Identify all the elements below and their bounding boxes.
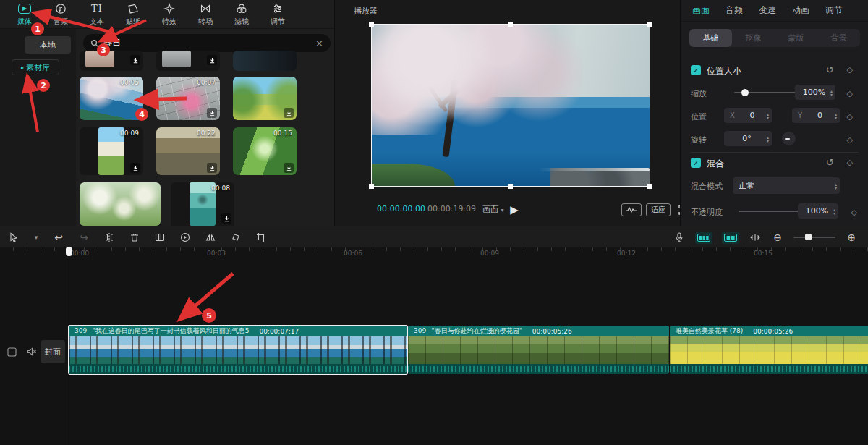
media-item[interactable] bbox=[80, 51, 143, 71]
tab-effects[interactable]: 特效 bbox=[155, 2, 184, 27]
tab-audio-settings[interactable]: 音频 bbox=[726, 4, 743, 17]
keyframe-icon[interactable]: ◇ bbox=[847, 112, 853, 122]
video-preview[interactable] bbox=[371, 24, 650, 187]
tab-speed[interactable]: 变速 bbox=[759, 4, 776, 17]
blend-checkbox[interactable]: ✓ bbox=[691, 158, 701, 168]
resize-handle[interactable] bbox=[508, 22, 513, 27]
download-icon[interactable] bbox=[284, 163, 294, 173]
keyframe-icon[interactable]: ◇ bbox=[851, 208, 857, 217]
media-item[interactable] bbox=[233, 77, 297, 120]
reset-icon[interactable]: ↺ bbox=[826, 157, 834, 168]
stepper-icon[interactable]: ▴▾ bbox=[833, 208, 835, 215]
timeline-clip-2[interactable]: 309_ "春日与你赴约在烂漫的樱花园" 00:00:05:26 bbox=[408, 326, 669, 374]
record-voiceover-icon[interactable] bbox=[673, 231, 686, 244]
tab-filters[interactable]: 滤镜 bbox=[227, 2, 256, 27]
cover-button[interactable]: 封面 bbox=[41, 340, 65, 363]
subtab-background[interactable]: 背景 bbox=[817, 29, 860, 47]
scale-slider-thumb[interactable] bbox=[741, 89, 749, 96]
download-icon[interactable] bbox=[221, 213, 231, 224]
reverse-icon[interactable] bbox=[179, 231, 192, 244]
timeline-clip-3[interactable]: 唯美自然美景花草 (78) 00:00:05:26 bbox=[670, 326, 868, 374]
download-icon[interactable] bbox=[207, 163, 217, 173]
position-x-field[interactable]: X 0 ▴▾ bbox=[724, 108, 772, 123]
stepper-icon[interactable]: ▴▾ bbox=[767, 135, 769, 143]
keyframe-icon[interactable]: ◇ bbox=[847, 158, 853, 167]
scale-value-field[interactable]: 100% ▴▾ bbox=[795, 85, 835, 100]
tab-transitions[interactable]: 转场 bbox=[191, 2, 220, 27]
crop-icon[interactable] bbox=[255, 231, 268, 244]
playhead[interactable] bbox=[66, 247, 72, 256]
auto-snap-toggle[interactable] bbox=[722, 232, 739, 244]
subtab-keying[interactable]: 抠像 bbox=[732, 29, 775, 47]
tab-animation[interactable]: 动画 bbox=[792, 4, 809, 17]
media-item[interactable] bbox=[80, 182, 161, 226]
track-options-icon[interactable] bbox=[6, 346, 17, 357]
media-item[interactable] bbox=[156, 51, 220, 71]
timeline-ruler[interactable]: 00:00 00:03 00:06 00:09 00:12 00:15 bbox=[0, 247, 868, 260]
tab-picture[interactable]: 画面 bbox=[692, 4, 710, 17]
media-item[interactable]: 00:05 bbox=[80, 77, 143, 120]
zoom-in-icon[interactable]: ⊕ bbox=[845, 231, 858, 244]
undo-icon[interactable]: ↩ bbox=[52, 231, 65, 244]
resize-handle[interactable] bbox=[647, 184, 652, 189]
mirror-icon[interactable] bbox=[204, 231, 217, 244]
delete-icon[interactable] bbox=[128, 231, 141, 244]
blend-mode-select[interactable]: 正常 ▴▾ bbox=[733, 177, 840, 194]
tab-sticker[interactable]: 贴纸 bbox=[119, 2, 148, 27]
stepper-icon[interactable]: ▴▾ bbox=[830, 89, 833, 96]
tab-adjust-settings[interactable]: 调节 bbox=[825, 4, 843, 17]
download-icon[interactable] bbox=[207, 108, 217, 118]
keyframe-icon[interactable]: ◇ bbox=[847, 65, 853, 75]
rotation-knob[interactable] bbox=[782, 132, 796, 145]
download-icon[interactable] bbox=[284, 108, 294, 118]
keyframe-icon[interactable]: ◇ bbox=[847, 89, 853, 98]
stepper-icon[interactable]: ▴▾ bbox=[835, 112, 837, 119]
media-item[interactable]: 00:09 bbox=[80, 127, 143, 175]
keyframe-icon[interactable]: ◇ bbox=[847, 135, 853, 145]
resize-handle[interactable] bbox=[647, 22, 652, 27]
download-icon[interactable] bbox=[130, 55, 140, 65]
sidebar-item-library[interactable]: ▸ 素材库 bbox=[12, 59, 59, 75]
opacity-value-field[interactable]: 100% ▴▾ bbox=[798, 203, 838, 219]
download-icon[interactable] bbox=[130, 163, 140, 173]
resize-handle[interactable] bbox=[369, 22, 374, 27]
preview-quality-icon[interactable] bbox=[621, 203, 642, 216]
media-item[interactable] bbox=[233, 51, 297, 71]
fit-button[interactable]: 适应 bbox=[646, 203, 671, 216]
media-item[interactable]: 00:08 bbox=[171, 182, 234, 226]
rotation-field[interactable]: 0° ▴▾ bbox=[724, 131, 772, 146]
select-tool-icon[interactable] bbox=[7, 231, 20, 244]
redo-icon[interactable]: ↪ bbox=[77, 231, 90, 244]
subtab-basic[interactable]: 基础 bbox=[689, 29, 732, 47]
play-button[interactable]: ▶ bbox=[506, 201, 523, 219]
timeline-clip-1[interactable]: 309_ "我在这春日的尾巴写了一封书信载着风和日丽的气息5 00:00:07:… bbox=[69, 326, 407, 374]
zoom-out-icon[interactable]: ⊖ bbox=[771, 231, 784, 244]
timeline-zoom-thumb[interactable] bbox=[805, 234, 812, 240]
reset-icon[interactable]: ↺ bbox=[826, 64, 834, 75]
sidebar-item-local[interactable]: 本地 bbox=[25, 36, 71, 54]
linkage-icon[interactable] bbox=[749, 231, 762, 244]
split-icon[interactable] bbox=[103, 231, 116, 244]
view-mode-dropdown[interactable]: 画面 ▾ bbox=[482, 204, 504, 215]
media-item[interactable]: 00:07 bbox=[156, 77, 220, 120]
search-input[interactable]: 春日 × bbox=[83, 34, 331, 52]
stepper-icon[interactable]: ▴▾ bbox=[767, 112, 769, 119]
position-size-checkbox[interactable]: ✓ bbox=[691, 65, 701, 75]
resize-handle[interactable] bbox=[508, 184, 513, 189]
tab-text[interactable]: TI 文本 bbox=[82, 2, 111, 27]
tab-audio[interactable]: 音频 bbox=[46, 2, 75, 27]
tab-media[interactable]: ▶ 媒体 bbox=[10, 2, 39, 27]
rotate-icon[interactable] bbox=[229, 231, 242, 244]
tab-adjust[interactable]: 调节 bbox=[263, 2, 292, 27]
mute-track-icon[interactable] bbox=[26, 346, 38, 357]
position-y-field[interactable]: Y 0 ▴▾ bbox=[792, 108, 840, 123]
freeze-frame-icon[interactable] bbox=[153, 231, 166, 244]
stepper-icon[interactable]: ▴▾ bbox=[835, 182, 837, 190]
resize-handle[interactable] bbox=[369, 184, 374, 189]
media-item[interactable]: 00:22 bbox=[156, 127, 220, 175]
timeline-zoom-slider[interactable] bbox=[793, 237, 835, 238]
select-tool-chevron-icon[interactable]: ▾ bbox=[33, 231, 40, 244]
media-item[interactable]: 00:15 bbox=[233, 127, 297, 175]
main-track-magnet-toggle[interactable] bbox=[695, 232, 712, 244]
download-icon[interactable] bbox=[207, 55, 217, 65]
